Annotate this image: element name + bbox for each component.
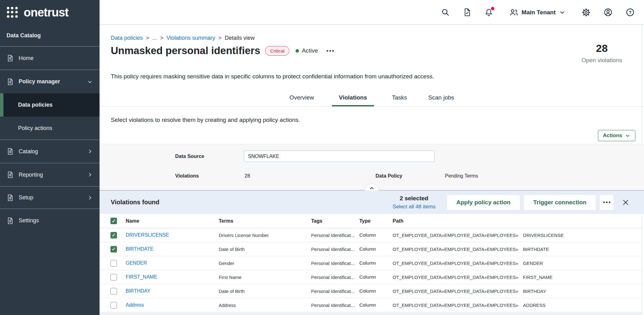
more-actions-icon[interactable]: [600, 195, 614, 210]
breadcrumb-link-ellipsis[interactable]: ...: [152, 35, 157, 41]
tab-scan-jobs[interactable]: Scan jobs: [425, 94, 457, 106]
table-bottom-strip: [100, 313, 642, 315]
sidebar-item-reporting[interactable]: Reporting: [0, 163, 100, 187]
row-name-link[interactable]: Address: [126, 302, 219, 308]
select-all-link[interactable]: Select all 48 items: [393, 204, 436, 210]
sidebar-item-data-policies[interactable]: Data policies: [0, 93, 100, 117]
column-header-path[interactable]: Path: [393, 218, 642, 224]
app-switcher-icon[interactable]: [7, 7, 18, 18]
data-source-input[interactable]: [244, 151, 435, 162]
tabs-bar: Overview Violations Tasks Scan jobs: [100, 89, 644, 107]
more-options-icon[interactable]: [325, 48, 335, 53]
row-checkbox[interactable]: [110, 232, 117, 239]
tenant-switcher[interactable]: Main Tenant: [509, 8, 566, 17]
sidebar-item-settings[interactable]: Settings: [0, 209, 100, 232]
row-tags: Personal Identificat...: [311, 289, 359, 294]
row-checkbox[interactable]: [110, 302, 117, 308]
sidebar-item-setup[interactable]: Setup: [0, 187, 100, 209]
chevron-right-icon: [87, 149, 93, 154]
tab-tasks[interactable]: Tasks: [389, 94, 410, 106]
table-row: BIRTHDATE Date of Birth Personal Identif…: [100, 242, 642, 256]
status-dot-icon: [296, 49, 299, 53]
breadcrumb-separator: >: [218, 35, 222, 41]
sidebar-item-label: Setup: [19, 194, 33, 201]
row-checkbox[interactable]: [110, 274, 117, 280]
row-path: OT_EMPLOYEE_DATA»EMPLOYEE_DATA»EMPLOYEES…: [393, 289, 642, 294]
tab-overview[interactable]: Overview: [286, 94, 317, 106]
sidebar-item-label: Reporting: [19, 172, 43, 178]
chevron-down-icon: [559, 9, 566, 16]
help-icon[interactable]: ?: [626, 8, 635, 17]
row-tags: Personal Identificat...: [311, 303, 359, 308]
close-icon[interactable]: [622, 198, 630, 206]
row-tags: Personal Identificat...: [311, 275, 359, 280]
breadcrumb-link-violations-summary[interactable]: Violations summary: [166, 35, 215, 41]
sidebar-item-label: Catalog: [19, 148, 38, 155]
policy-description: This policy requires masking sensitive d…: [111, 73, 434, 80]
row-name-link[interactable]: BIRTHDAY: [126, 288, 219, 294]
search-icon[interactable]: [441, 8, 450, 17]
title-row: Unmasked personal identifiers Critical A…: [111, 45, 335, 57]
logo-row: onetrust: [0, 0, 100, 25]
column-header-type[interactable]: Type: [359, 218, 393, 224]
row-checkbox[interactable]: [110, 260, 117, 266]
breadcrumb-separator: >: [146, 35, 149, 41]
row-tags: Personal Identificat...: [311, 247, 359, 252]
people-icon: [509, 8, 519, 17]
status-label: Active: [302, 47, 318, 54]
document-check-icon[interactable]: [463, 8, 471, 16]
stat-label: Open violations: [581, 57, 622, 64]
severity-badge: Critical: [265, 46, 289, 56]
violations-found-title: Violations found: [111, 199, 159, 206]
notifications-bell-icon[interactable]: [484, 8, 493, 17]
document-icon: [7, 148, 14, 155]
actions-button[interactable]: Actions: [598, 130, 635, 141]
table-row: FIRST_NAME First Name Personal Identific…: [100, 270, 642, 284]
breadcrumb-current: Details view: [225, 35, 254, 41]
selected-count: 2 selected: [393, 195, 436, 202]
violations-selection-bar: Violations found 2 selected Select all 4…: [100, 191, 644, 214]
data-policy-value: Pending Terms: [445, 173, 478, 179]
status-badge: Active: [296, 47, 318, 54]
product-heading: Data Catalog: [0, 25, 100, 47]
tenant-label: Main Tenant: [522, 9, 556, 16]
sidebar-item-label: Settings: [19, 217, 39, 224]
column-header-name[interactable]: Name: [126, 218, 219, 224]
row-name-link[interactable]: DRIVERSLICENSE: [126, 232, 219, 238]
sidebar-item-home[interactable]: Home: [0, 47, 100, 70]
collapse-panel-button[interactable]: [365, 183, 379, 191]
document-icon: [7, 171, 14, 178]
topbar: Main Tenant ?: [100, 0, 644, 25]
row-checkbox[interactable]: [110, 246, 117, 252]
trigger-connection-button[interactable]: Trigger connection: [524, 195, 596, 210]
sidebar: onetrust Data Catalog Home Policy manage…: [0, 0, 100, 315]
column-header-terms[interactable]: Terms: [219, 218, 311, 224]
app-window: onetrust Data Catalog Home Policy manage…: [0, 0, 644, 315]
select-all-checkbox[interactable]: [110, 218, 117, 224]
apply-policy-action-button[interactable]: Apply policy action: [447, 195, 520, 210]
notification-badge: [491, 7, 494, 10]
page-title: Unmasked personal identifiers: [111, 45, 260, 57]
row-checkbox[interactable]: [110, 288, 117, 294]
selection-summary: 2 selected Select all 48 items: [393, 195, 436, 210]
row-terms: Date of Birth: [219, 247, 311, 252]
column-header-tags[interactable]: Tags: [311, 218, 359, 224]
account-icon[interactable]: [604, 8, 613, 17]
document-icon: [7, 217, 14, 225]
settings-gear-icon[interactable]: [582, 8, 590, 17]
data-source-label: Data Source: [175, 154, 204, 159]
chevron-right-icon: [87, 195, 93, 201]
row-tags: Personal Identificat...: [311, 233, 359, 238]
tab-violations[interactable]: Violations: [332, 94, 374, 106]
row-name-link[interactable]: BIRTHDATE: [126, 246, 219, 252]
sidebar-item-policy-actions[interactable]: Policy actions: [0, 117, 100, 140]
violations-label: Violations: [175, 173, 199, 179]
sidebar-item-catalog[interactable]: Catalog: [0, 140, 100, 163]
sidebar-item-policy-manager[interactable]: Policy manager: [0, 70, 100, 93]
table-row: GENDER Gender Personal Identificat... Co…: [100, 256, 642, 270]
breadcrumb-link-data-policies[interactable]: Data policies: [111, 35, 143, 41]
table-row: DRIVERSLICENSE Drivers License Number Pe…: [100, 228, 642, 242]
row-name-link[interactable]: FIRST_NAME: [126, 274, 219, 280]
onetrust-logo: onetrust: [24, 6, 68, 19]
row-name-link[interactable]: GENDER: [126, 260, 219, 266]
